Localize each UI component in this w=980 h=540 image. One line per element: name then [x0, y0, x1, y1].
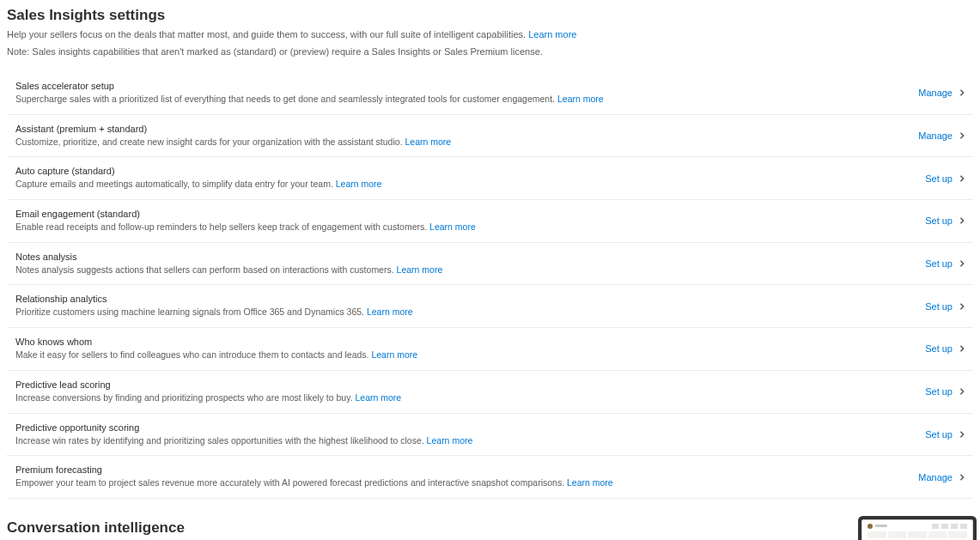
setting-desc-text: Customize, prioritize, and create new in…: [15, 137, 405, 147]
manage-button[interactable]: Manage: [918, 88, 973, 98]
conversation-text: Conversation intelligence Connect your o…: [7, 519, 861, 540]
setting-title: Sales accelerator setup: [15, 81, 901, 91]
setting-desc-text: Empower your team to project sales reven…: [15, 477, 567, 488]
setting-desc: Supercharge sales with a prioritized lis…: [15, 93, 901, 106]
setup-button[interactable]: Set up: [925, 258, 973, 269]
setting-item-sales-accelerator: Sales accelerator setupSupercharge sales…: [7, 72, 973, 115]
action-label: Set up: [925, 173, 953, 184]
setting-learn-more-link[interactable]: Learn more: [405, 137, 451, 147]
setting-text: Premium forecastingEmpower your team to …: [15, 464, 918, 489]
setting-desc: Capture emails and meetings automaticall…: [15, 178, 908, 191]
setting-desc: Make it easy for sellers to find colleag…: [15, 349, 908, 361]
setting-title: Who knows whom: [15, 337, 908, 347]
chevron-right-icon: [958, 344, 966, 353]
setup-button[interactable]: Set up: [925, 429, 973, 440]
chevron-right-icon: [958, 387, 966, 396]
setting-text: Notes analysisNotes analysis suggests ac…: [15, 252, 925, 276]
setting-desc-text: Capture emails and meetings automaticall…: [15, 179, 336, 189]
setting-item-email-engagement: Email engagement (standard)Enable read r…: [7, 200, 973, 243]
setting-text: Who knows whomMake it easy for sellers t…: [15, 337, 925, 361]
setting-item-predictive-opportunity-scoring: Predictive opportunity scoringIncrease w…: [7, 414, 973, 457]
setting-desc-text: Enable read receipts and follow-up remin…: [15, 221, 429, 232]
action-label: Manage: [918, 130, 953, 141]
settings-list: Sales accelerator setupSupercharge sales…: [7, 72, 973, 499]
setting-item-auto-capture: Auto capture (standard)Capture emails an…: [7, 157, 973, 200]
setting-text: Assistant (premium + standard)Customize,…: [15, 124, 918, 149]
chevron-right-icon: [958, 88, 966, 97]
conversation-title: Conversation intelligence: [7, 519, 827, 537]
setting-desc: Increase win rates by identifying and pr…: [15, 434, 908, 447]
action-label: Manage: [918, 472, 953, 482]
setting-desc-text: Notes analysis suggests actions that sel…: [15, 264, 397, 275]
chevron-right-icon: [958, 302, 966, 311]
page-subtitle-text: Help your sellers focus on the deals tha…: [7, 29, 526, 39]
setup-button[interactable]: Set up: [925, 173, 973, 184]
setting-text: Predictive opportunity scoringIncrease w…: [15, 422, 925, 447]
setting-desc-text: Increase win rates by identifying and pr…: [15, 435, 427, 446]
setting-desc: Increase conversions by finding and prio…: [15, 391, 908, 404]
page-title: Sales Insights settings: [7, 7, 973, 24]
setting-title: Notes analysis: [15, 252, 908, 262]
setting-title: Email engagement (standard): [15, 209, 908, 219]
action-label: Set up: [925, 429, 953, 440]
chevron-right-icon: [958, 131, 966, 140]
setting-learn-more-link[interactable]: Learn more: [356, 392, 402, 403]
setting-learn-more-link[interactable]: Learn more: [427, 435, 473, 446]
setting-text: Sales accelerator setupSupercharge sales…: [15, 81, 918, 106]
setting-desc: Enable read receipts and follow-up remin…: [15, 221, 908, 234]
setup-button[interactable]: Set up: [925, 215, 973, 226]
setting-learn-more-link[interactable]: Learn more: [336, 179, 382, 189]
setting-title: Predictive opportunity scoring: [15, 422, 908, 433]
setting-learn-more-link[interactable]: Learn more: [567, 477, 613, 488]
setting-title: Relationship analytics: [15, 294, 908, 304]
action-label: Set up: [925, 215, 953, 226]
settings-page: Sales Insights settings Help your seller…: [0, 0, 980, 540]
setting-item-notes-analysis: Notes analysisNotes analysis suggests ac…: [7, 243, 973, 286]
setting-title: Assistant (premium + standard): [15, 124, 901, 134]
chevron-right-icon: [958, 473, 966, 482]
setting-text: Relationship analyticsPrioritize custome…: [15, 294, 925, 319]
setup-button[interactable]: Set up: [925, 386, 973, 397]
setup-button[interactable]: Set up: [925, 343, 973, 354]
setting-item-who-knows-whom: Who knows whomMake it easy for sellers t…: [7, 328, 973, 371]
setup-button[interactable]: Set up: [925, 301, 973, 312]
setting-desc: Empower your team to project sales reven…: [15, 476, 901, 489]
chevron-right-icon: [958, 430, 966, 439]
setting-desc: Prioritize customers using machine learn…: [15, 306, 908, 319]
setting-text: Auto capture (standard)Capture emails an…: [15, 166, 925, 191]
setting-title: Predictive lead scoring: [15, 379, 908, 390]
setting-item-predictive-lead-scoring: Predictive lead scoringIncrease conversi…: [7, 371, 973, 414]
setting-title: Premium forecasting: [15, 464, 901, 475]
setting-text: Email engagement (standard)Enable read r…: [15, 209, 925, 234]
chevron-right-icon: [958, 174, 966, 183]
setting-desc-text: Increase conversions by finding and prio…: [15, 392, 356, 403]
page-subtitle: Help your sellers focus on the deals tha…: [7, 29, 973, 39]
setting-desc-text: Prioritize customers using machine learn…: [15, 306, 367, 317]
action-label: Manage: [918, 88, 953, 98]
setting-desc-text: Make it easy for sellers to find colleag…: [15, 349, 371, 360]
setting-item-premium-forecasting: Premium forecastingEmpower your team to …: [7, 456, 973, 499]
manage-button[interactable]: Manage: [918, 130, 973, 141]
conversation-preview-image: [861, 519, 973, 540]
conversation-intelligence-section: Conversation intelligence Connect your o…: [7, 519, 973, 540]
setting-desc-text: Supercharge sales with a prioritized lis…: [15, 94, 557, 104]
action-label: Set up: [925, 301, 953, 312]
chevron-right-icon: [958, 216, 966, 225]
action-label: Set up: [925, 343, 953, 354]
manage-button[interactable]: Manage: [918, 472, 973, 482]
setting-item-relationship-analytics: Relationship analyticsPrioritize custome…: [7, 285, 973, 328]
setting-desc: Customize, prioritize, and create new in…: [15, 136, 901, 149]
setting-learn-more-link[interactable]: Learn more: [429, 221, 476, 232]
setting-learn-more-link[interactable]: Learn more: [371, 349, 417, 360]
action-label: Set up: [925, 258, 953, 269]
setting-desc: Notes analysis suggests actions that sel…: [15, 264, 908, 276]
chevron-right-icon: [958, 259, 966, 268]
header-learn-more-link[interactable]: Learn more: [528, 29, 576, 39]
setting-learn-more-link[interactable]: Learn more: [397, 264, 443, 275]
setting-learn-more-link[interactable]: Learn more: [557, 94, 604, 104]
setting-text: Predictive lead scoringIncrease conversi…: [15, 379, 925, 404]
action-label: Set up: [925, 386, 953, 397]
setting-item-assistant: Assistant (premium + standard)Customize,…: [7, 115, 973, 158]
setting-title: Auto capture (standard): [15, 166, 908, 176]
setting-learn-more-link[interactable]: Learn more: [367, 306, 413, 317]
